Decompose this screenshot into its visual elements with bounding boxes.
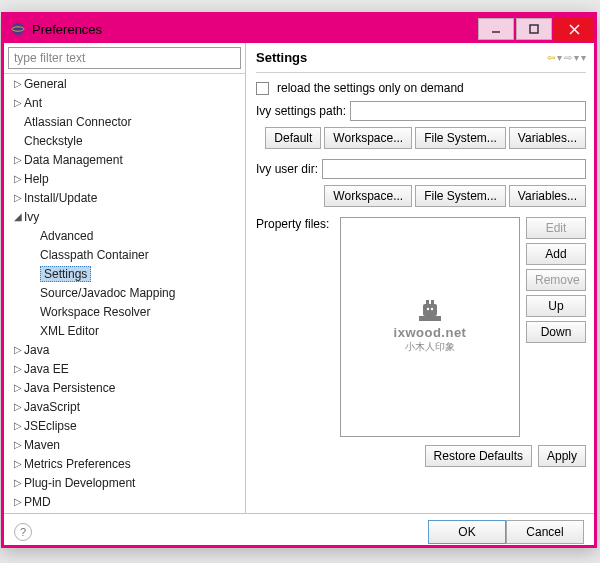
tree-item[interactable]: ▷Help <box>4 169 245 188</box>
tree-item-label: Classpath Container <box>40 248 149 262</box>
expand-icon[interactable]: ▷ <box>12 439 24 450</box>
forward-icon[interactable]: ⇨ <box>564 52 572 63</box>
watermark: ixwood.net 小木人印象 <box>394 300 467 354</box>
workspace-button-2[interactable]: Workspace... <box>324 185 412 207</box>
svg-rect-6 <box>423 304 437 316</box>
tree-item[interactable]: ▷Java <box>4 340 245 359</box>
expand-icon[interactable]: ▷ <box>12 401 24 412</box>
cancel-button[interactable]: Cancel <box>506 520 584 544</box>
up-button[interactable]: Up <box>526 295 586 317</box>
svg-rect-8 <box>431 300 434 304</box>
reload-label: reload the settings only on demand <box>277 81 464 95</box>
tree-item[interactable]: ▷JSEclipse <box>4 416 245 435</box>
svg-rect-3 <box>530 25 538 33</box>
svg-rect-7 <box>426 300 429 304</box>
help-icon[interactable]: ? <box>14 523 32 541</box>
tree-item-label: Ant <box>24 96 42 110</box>
filter-input[interactable]: type filter text <box>8 47 241 69</box>
expand-icon[interactable]: ▷ <box>12 420 24 431</box>
tree-item-label: Source/Javadoc Mapping <box>40 286 175 300</box>
close-button[interactable] <box>554 17 594 41</box>
maximize-button[interactable] <box>516 18 552 40</box>
tree-item-label: Settings <box>40 266 91 282</box>
tree-item[interactable]: ▷Install/Update <box>4 188 245 207</box>
user-dir-input[interactable] <box>322 159 586 179</box>
tree-item[interactable]: Checkstyle <box>4 131 245 150</box>
eclipse-icon <box>4 21 32 37</box>
expand-icon[interactable]: ▷ <box>12 344 24 355</box>
apply-button[interactable]: Apply <box>538 445 586 467</box>
tree-item-label: General <box>24 77 67 91</box>
variables-button[interactable]: Variables... <box>509 127 586 149</box>
expand-icon[interactable]: ▷ <box>12 496 24 507</box>
workspace-button[interactable]: Workspace... <box>324 127 412 149</box>
settings-path-input[interactable] <box>350 101 586 121</box>
menu-icon[interactable]: ▾ <box>581 52 586 63</box>
tree-item[interactable]: ▷Data Management <box>4 150 245 169</box>
tree-item[interactable]: ▷Maven <box>4 435 245 454</box>
restore-defaults-button[interactable]: Restore Defaults <box>425 445 532 467</box>
tree-item[interactable]: ▷General <box>4 74 245 93</box>
expand-icon[interactable]: ▷ <box>12 154 24 165</box>
expand-icon[interactable]: ▷ <box>12 173 24 184</box>
tree-item-label: Plug-in Development <box>24 476 135 490</box>
edit-button: Edit <box>526 217 586 239</box>
tree-item[interactable]: ▷PMD <box>4 492 245 511</box>
tree-item-label: Checkstyle <box>24 134 83 148</box>
tree-item[interactable]: Workspace Resolver <box>4 302 245 321</box>
tree-item[interactable]: ▷Java EE <box>4 359 245 378</box>
tree-item[interactable]: ◢Ivy <box>4 207 245 226</box>
tree-item[interactable]: Settings <box>4 264 245 283</box>
variables-button-2[interactable]: Variables... <box>509 185 586 207</box>
page-nav[interactable]: ⇦▾ ⇨▾ ▾ <box>547 52 586 63</box>
chevron-down-icon[interactable]: ▾ <box>557 52 562 63</box>
tree-item[interactable]: Atlassian Connector <box>4 112 245 131</box>
tree-item[interactable]: Classpath Container <box>4 245 245 264</box>
tree-item[interactable]: ▷Java Persistence <box>4 378 245 397</box>
preferences-tree[interactable]: ▷General▷AntAtlassian ConnectorCheckstyl… <box>4 73 245 513</box>
expand-icon[interactable]: ▷ <box>12 458 24 469</box>
tree-item[interactable]: ▷JavaScript <box>4 397 245 416</box>
reload-checkbox[interactable] <box>256 82 269 95</box>
expand-icon[interactable]: ▷ <box>12 363 24 374</box>
expand-icon[interactable]: ▷ <box>12 97 24 108</box>
minimize-button[interactable] <box>478 18 514 40</box>
watermark-sub: 小木人印象 <box>394 340 467 354</box>
tree-item[interactable]: Advanced <box>4 226 245 245</box>
expand-icon[interactable]: ▷ <box>12 192 24 203</box>
tree-item[interactable]: XML Editor <box>4 321 245 340</box>
svg-rect-11 <box>419 316 441 321</box>
expand-icon[interactable]: ◢ <box>12 211 24 222</box>
tree-item-label: Install/Update <box>24 191 97 205</box>
down-button[interactable]: Down <box>526 321 586 343</box>
window-title: Preferences <box>32 22 478 37</box>
tree-item-label: Java Persistence <box>24 381 115 395</box>
tree-item-label: Java EE <box>24 362 69 376</box>
property-files-list[interactable]: ixwood.net 小木人印象 <box>340 217 520 437</box>
svg-point-0 <box>12 23 24 35</box>
tree-item-label: Metrics Preferences <box>24 457 131 471</box>
ok-button[interactable]: OK <box>428 520 506 544</box>
titlebar[interactable]: Preferences <box>4 15 594 43</box>
tree-item-label: Java <box>24 343 49 357</box>
watermark-logo: ixwood.net <box>394 325 467 340</box>
add-button[interactable]: Add <box>526 243 586 265</box>
filesystem-button-2[interactable]: File System... <box>415 185 506 207</box>
settings-path-label: Ivy settings path: <box>256 104 346 118</box>
filesystem-button[interactable]: File System... <box>415 127 506 149</box>
tree-item-label: Atlassian Connector <box>24 115 131 129</box>
tree-item-label: PMD <box>24 495 51 509</box>
back-icon[interactable]: ⇦ <box>547 52 555 63</box>
left-panel: type filter text ▷General▷AntAtlassian C… <box>4 43 246 513</box>
tree-item[interactable]: ▷Plug-in Development <box>4 473 245 492</box>
svg-point-9 <box>427 308 429 310</box>
expand-icon[interactable]: ▷ <box>12 477 24 488</box>
default-button[interactable]: Default <box>265 127 321 149</box>
tree-item[interactable]: ▷Metrics Preferences <box>4 454 245 473</box>
expand-icon[interactable]: ▷ <box>12 382 24 393</box>
tree-item[interactable]: ▷Ant <box>4 93 245 112</box>
chevron-down-icon[interactable]: ▾ <box>574 52 579 63</box>
tree-item[interactable]: Source/Javadoc Mapping <box>4 283 245 302</box>
remove-button: Remove <box>526 269 586 291</box>
expand-icon[interactable]: ▷ <box>12 78 24 89</box>
